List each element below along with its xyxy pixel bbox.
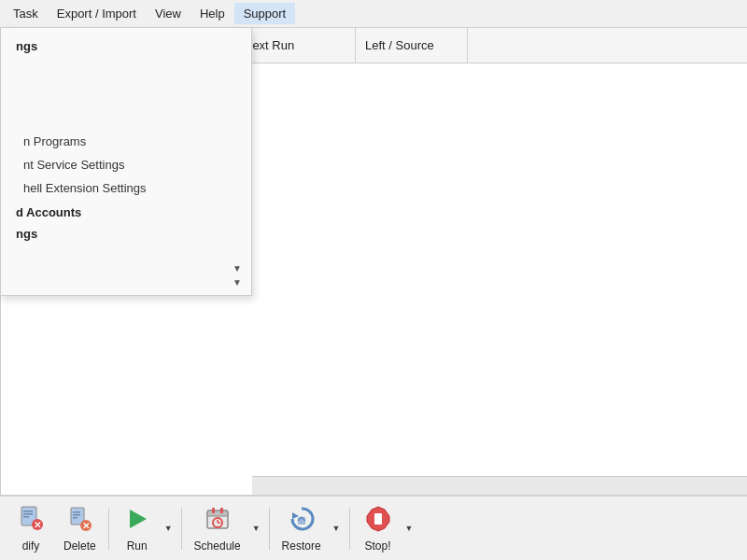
- svg-rect-14: [207, 511, 228, 516]
- svg-text:✕: ✕: [34, 520, 41, 530]
- divider-1: [108, 508, 109, 550]
- delete-button[interactable]: ✕ Delete: [56, 500, 104, 556]
- svg-rect-7: [73, 511, 80, 513]
- stop-icon: [363, 504, 393, 537]
- dropdown-label-ngs: ngs: [1, 221, 251, 243]
- main-area: ngs n Programs nt Service Settings hell …: [0, 28, 747, 495]
- svg-rect-3: [23, 516, 29, 518]
- menubar: Task Export / Import View Help Support: [0, 0, 747, 28]
- svg-rect-8: [73, 514, 80, 516]
- stop-button[interactable]: Stop!: [355, 500, 402, 556]
- delete-label: Delete: [63, 539, 96, 553]
- svg-marker-12: [130, 510, 147, 528]
- svg-rect-2: [23, 513, 33, 515]
- col-header-next-run: Next Run: [234, 28, 356, 63]
- divider-3: [269, 508, 270, 550]
- scroll-arrow-1[interactable]: ▼: [1, 261, 251, 275]
- modify-icon: ✕: [16, 504, 46, 537]
- dropdown-item-shell-settings[interactable]: hell Extension Settings: [1, 176, 251, 200]
- svg-rect-16: [220, 508, 223, 513]
- run-label: Run: [127, 539, 148, 553]
- svg-rect-15: [212, 508, 215, 513]
- menu-help[interactable]: Help: [190, 3, 234, 24]
- svg-marker-20: [292, 512, 299, 519]
- restore-arrow[interactable]: ▼: [329, 500, 345, 556]
- bottom-toolbar: ✕ dify ✕ Delete Run: [0, 495, 747, 560]
- schedule-button-group: Schedule ▼: [187, 500, 264, 556]
- run-button[interactable]: Run: [114, 500, 161, 556]
- svg-rect-23: [374, 513, 382, 525]
- run-arrow[interactable]: ▼: [161, 500, 176, 556]
- svg-text:✕: ✕: [82, 521, 90, 531]
- restore-label: Restore: [282, 539, 321, 553]
- dropdown-menu: ngs n Programs nt Service Settings hell …: [0, 28, 252, 296]
- menu-view[interactable]: View: [146, 3, 190, 24]
- delete-icon: ✕: [64, 504, 94, 537]
- dropdown-item-service-settings[interactable]: nt Service Settings: [1, 153, 251, 176]
- restore-icon: [287, 504, 317, 537]
- run-button-group: Run ▼: [114, 500, 176, 556]
- status-bar: [252, 476, 747, 495]
- dropdown-item-programs[interactable]: n Programs: [1, 130, 251, 153]
- svg-rect-9: [73, 517, 78, 519]
- modify-button[interactable]: ✕ dify: [7, 500, 54, 556]
- stop-arrow[interactable]: ▼: [402, 500, 417, 556]
- dropdown-label-accounts: d Accounts: [1, 200, 251, 221]
- divider-2: [181, 508, 182, 550]
- scroll-arrow-2[interactable]: ▼: [1, 275, 251, 289]
- schedule-button[interactable]: Schedule: [187, 500, 248, 556]
- menu-support[interactable]: Support: [234, 3, 296, 24]
- restore-button[interactable]: Restore: [275, 500, 329, 556]
- restore-button-group: Restore ▼: [275, 500, 345, 556]
- menu-task[interactable]: Task: [4, 3, 48, 24]
- svg-rect-21: [298, 517, 305, 525]
- menu-export-import[interactable]: Export / Import: [48, 3, 146, 24]
- svg-rect-1: [23, 511, 33, 512]
- schedule-label: Schedule: [194, 539, 241, 553]
- divider-4: [349, 508, 350, 550]
- schedule-icon: [203, 504, 233, 537]
- stop-button-group: Stop! ▼: [355, 500, 417, 556]
- run-icon: [122, 504, 152, 537]
- dropdown-label-settings: ngs: [1, 34, 251, 55]
- schedule-arrow[interactable]: ▼: [248, 500, 264, 556]
- col-header-left-source: Left / Source: [356, 28, 468, 63]
- modify-label: dify: [22, 539, 40, 553]
- stop-label: Stop!: [365, 539, 391, 553]
